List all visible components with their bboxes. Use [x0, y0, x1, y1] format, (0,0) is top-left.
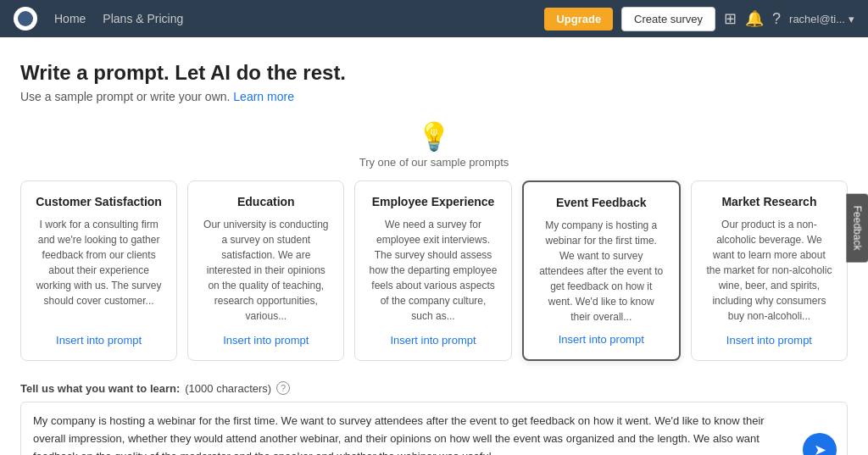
card-text-market-research: Our product is a non-alcoholic beverage.…: [705, 217, 833, 325]
create-survey-button[interactable]: Create survey: [621, 7, 715, 31]
sample-prompts-label: Try one of our sample prompts: [20, 156, 848, 169]
chevron-down-icon: ▾: [849, 13, 854, 25]
card-event-feedback: Event Feedback My company is hosting a w…: [522, 180, 681, 361]
lightbulb-icon: 💡: [20, 120, 848, 153]
card-title-market-research: Market Research: [705, 195, 833, 208]
send-button[interactable]: ➤: [803, 433, 837, 455]
card-text-event-feedback: My company is hosting a webinar for the …: [537, 218, 665, 325]
card-title-education: Education: [202, 195, 330, 208]
nav-pricing[interactable]: Plans & Pricing: [103, 12, 183, 25]
card-title-customer-satisfaction: Customer Satisfaction: [35, 195, 163, 208]
card-text-customer-satisfaction: I work for a consulting firm and we're l…: [35, 217, 163, 325]
nav-links: Home Plans & Pricing: [54, 12, 183, 25]
card-market-research: Market Research Our product is a non-alc…: [691, 180, 848, 361]
prompt-textarea[interactable]: My company is hosting a webinar for the …: [33, 413, 796, 455]
nav-actions: Upgrade Create survey ⊞ 🔔 ? rachel@ti...…: [544, 7, 854, 31]
card-title-event-feedback: Event Feedback: [537, 196, 665, 209]
textarea-label: Tell us what you want to learn: (1000 ch…: [20, 381, 848, 395]
page-title: Write a prompt. Let AI do the rest.: [20, 61, 848, 85]
textarea-section: Tell us what you want to learn: (1000 ch…: [20, 381, 848, 455]
page-subtitle: Use a sample prompt or write your own. L…: [20, 90, 848, 103]
card-education: Education Our university is conducting a…: [187, 180, 344, 361]
nav-home[interactable]: Home: [54, 12, 86, 25]
learn-more-link[interactable]: Learn more: [233, 90, 294, 103]
char-limit-help-icon[interactable]: ?: [276, 381, 290, 395]
sample-prompts-section: 💡 Try one of our sample prompts Customer…: [20, 120, 848, 361]
send-icon: ➤: [814, 441, 826, 455]
card-insert-customer-satisfaction[interactable]: Insert into prompt: [35, 334, 163, 347]
card-insert-employee-experience[interactable]: Insert into prompt: [369, 334, 497, 347]
help-icon[interactable]: ?: [772, 10, 781, 28]
card-insert-market-research[interactable]: Insert into prompt: [705, 334, 833, 347]
card-text-employee-experience: We need a survey for employee exit inter…: [369, 217, 497, 325]
card-title-employee-experience: Employee Experience: [369, 195, 497, 208]
card-customer-satisfaction: Customer Satisfaction I work for a consu…: [20, 180, 177, 361]
bell-icon[interactable]: 🔔: [745, 9, 764, 28]
navbar: Home Plans & Pricing Upgrade Create surv…: [0, 0, 868, 37]
textarea-wrapper: My company is hosting a webinar for the …: [20, 402, 848, 455]
cards-row: Customer Satisfaction I work for a consu…: [20, 180, 848, 361]
main-content: Write a prompt. Let AI do the rest. Use …: [0, 37, 868, 455]
card-insert-event-feedback[interactable]: Insert into prompt: [537, 333, 665, 346]
grid-icon[interactable]: ⊞: [724, 9, 737, 28]
card-text-education: Our university is conducting a survey on…: [202, 217, 330, 325]
logo[interactable]: [14, 7, 37, 31]
card-employee-experience: Employee Experience We need a survey for…: [354, 180, 511, 361]
feedback-tab[interactable]: Feedback: [847, 193, 868, 262]
card-insert-education[interactable]: Insert into prompt: [202, 334, 330, 347]
upgrade-button[interactable]: Upgrade: [544, 8, 613, 31]
user-email: rachel@ti...: [789, 13, 845, 25]
user-menu[interactable]: rachel@ti... ▾: [789, 13, 854, 25]
char-limit: (1000 characters): [185, 382, 271, 395]
